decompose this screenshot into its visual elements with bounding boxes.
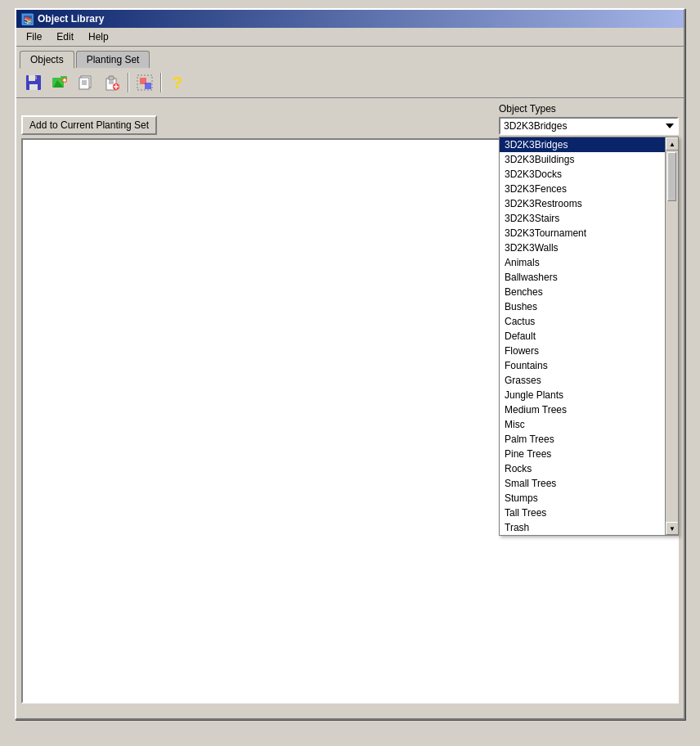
list-item[interactable]: Tall Trees — [500, 506, 665, 520]
list-item[interactable]: Animals — [500, 255, 665, 270]
scrollbar-thumb[interactable] — [667, 152, 676, 201]
list-item[interactable]: Default — [500, 329, 665, 344]
save-button[interactable] — [21, 71, 46, 94]
list-item[interactable]: Grasses — [500, 373, 665, 388]
add-to-planting-set-button[interactable]: Add to Current Planting Set — [21, 115, 157, 135]
list-item[interactable]: Misc — [500, 417, 665, 432]
dropdown-items-container: 3D2K3Bridges 3D2K3Buildings 3D2K3Docks 3… — [500, 137, 665, 535]
top-controls: Add to Current Planting Set Object Types… — [21, 103, 679, 135]
list-item[interactable]: 3D2K3Stairs — [500, 211, 665, 226]
list-item[interactable]: Ballwashers — [500, 270, 665, 285]
menu-edit[interactable]: Edit — [50, 29, 80, 44]
list-item[interactable]: 3D2K3Tournament — [500, 226, 665, 240]
object-type-list: 3D2K3Bridges 3D2K3Buildings 3D2K3Docks 3… — [499, 137, 679, 536]
help-button[interactable]: ? — [165, 71, 190, 94]
menu-bar: File Edit Help — [16, 28, 684, 47]
menu-file[interactable]: File — [20, 29, 48, 44]
list-item[interactable]: Flowers — [500, 344, 665, 358]
list-item[interactable]: Palm Trees — [500, 432, 665, 447]
scrollbar-up-button[interactable]: ▲ — [666, 137, 678, 151]
list-item[interactable]: Medium Trees — [500, 402, 665, 417]
list-item[interactable]: 3D2K3Walls — [500, 240, 665, 255]
dropdown-selected-value: 3D2K3Bridges — [504, 120, 567, 132]
list-item[interactable]: Stumps — [500, 491, 665, 506]
list-item[interactable]: Pine Trees — [500, 447, 665, 461]
content-area: Add to Current Planting Set Object Types… — [16, 98, 684, 708]
dropdown-wrapper: 3D2K3Bridges 3D2K3Bridges 3D2K3Buildings… — [499, 117, 679, 135]
svg-rect-14 — [79, 78, 89, 89]
dropdown-list-inner: 3D2K3Bridges 3D2K3Buildings 3D2K3Docks 3… — [500, 137, 678, 535]
copy-button[interactable] — [74, 71, 98, 94]
list-item[interactable]: Bushes — [500, 299, 665, 314]
list-item[interactable]: 3D2K3Docks — [500, 167, 665, 182]
toolbar-separator-2 — [160, 73, 162, 92]
list-item[interactable]: 3D2K3Buildings — [500, 152, 665, 167]
toolbar: ? — [16, 68, 684, 98]
list-item[interactable]: Rocks — [500, 461, 665, 476]
svg-rect-27 — [145, 83, 151, 89]
dropdown-scrollbar: ▲ ▼ — [665, 137, 678, 535]
list-item[interactable]: 3D2K3Bridges — [500, 137, 665, 152]
svg-rect-4 — [29, 75, 35, 81]
list-item[interactable]: Cactus — [500, 314, 665, 329]
object-types-section: Object Types 3D2K3Bridges 3D2K3Bridges 3… — [499, 103, 679, 135]
scrollbar-down-button[interactable]: ▼ — [666, 522, 678, 535]
list-item[interactable]: Fountains — [500, 358, 665, 373]
dropdown-arrow-icon — [666, 124, 674, 128]
svg-rect-6 — [35, 76, 37, 79]
main-window: 📚 Object Library File Edit Help Objects … — [15, 8, 685, 720]
list-item[interactable]: 3D2K3Restrooms — [500, 196, 665, 211]
list-item[interactable]: Trash — [500, 520, 665, 535]
object-types-header: Object Types — [499, 103, 556, 115]
list-item[interactable]: Small Trees — [500, 476, 665, 491]
tab-objects[interactable]: Objects — [20, 51, 74, 69]
menu-help[interactable]: Help — [82, 29, 115, 44]
svg-text:📚: 📚 — [24, 16, 34, 25]
title-bar-text: Object Library — [38, 13, 104, 25]
tab-planting-set[interactable]: Planting Set — [76, 51, 150, 68]
app-icon: 📚 — [21, 13, 33, 25]
open-button[interactable] — [47, 71, 72, 94]
svg-rect-5 — [29, 84, 38, 90]
object-types-label: Object Types — [499, 103, 556, 115]
list-item[interactable]: 3D2K3Fences — [500, 182, 665, 196]
title-bar: 📚 Object Library — [16, 10, 684, 28]
svg-rect-19 — [109, 76, 114, 80]
list-item[interactable]: Jungle Plants — [500, 388, 665, 402]
select-button[interactable] — [132, 71, 157, 94]
tabs-bar: Objects Planting Set — [16, 47, 684, 68]
list-item[interactable]: Benches — [500, 285, 665, 299]
object-type-dropdown[interactable]: 3D2K3Bridges — [499, 117, 679, 135]
toolbar-separator — [128, 73, 129, 92]
scrollbar-track-empty — [666, 203, 678, 522]
paste-button[interactable] — [100, 71, 124, 94]
